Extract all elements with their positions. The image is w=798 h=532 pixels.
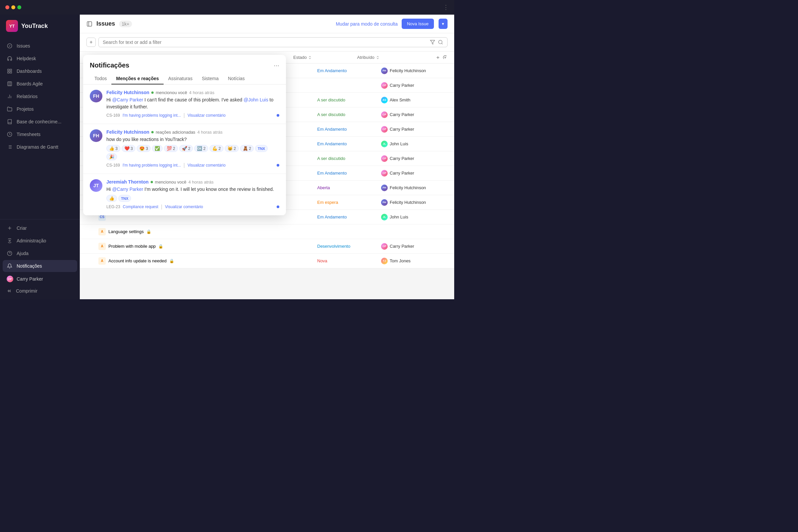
sidebar-logo[interactable]: YT YouTrack — [0, 15, 80, 37]
main-header: Issues 1k+ Mudar para modo de consulta N… — [80, 15, 454, 33]
reaction-check[interactable]: ✅ — [152, 145, 163, 152]
mention-carry-parker[interactable]: @Carry Parker — [112, 187, 143, 192]
notif-author[interactable]: Felicity Hutchinson — [107, 90, 149, 95]
avatar: FH — [381, 68, 388, 74]
compress-icon — [7, 288, 12, 293]
query-mode-link[interactable]: Mudar para modo de consulta — [336, 21, 398, 26]
sidebar-item-relatorios[interactable]: Relatórios — [3, 91, 77, 102]
sidebar-item-diagramas-gantt[interactable]: Diagramas de Gantt — [3, 141, 77, 153]
view-comment-link[interactable]: Visualizar comentário — [188, 163, 226, 168]
reaction-flex[interactable]: 💪 2 — [209, 145, 224, 152]
tab-noticias[interactable]: Notícias — [224, 73, 250, 84]
assignee-name: Carry Parker — [390, 112, 414, 117]
issue-link[interactable]: I'm having problems logging int... — [123, 113, 181, 118]
notif-meta: LEG-23 Compliance request | Visualizar c… — [107, 204, 279, 210]
unread-dot — [277, 164, 279, 167]
search-input-wrap — [98, 37, 448, 47]
status-badge: A ser discutido — [317, 112, 377, 117]
notif-action: mencionou você — [156, 90, 187, 95]
sidebar-item-administracao[interactable]: Administração — [3, 235, 77, 247]
notif-author[interactable]: Felicity Hutchinson — [107, 129, 149, 135]
reaction-party[interactable]: 🎉 — [107, 153, 117, 160]
sidebar-item-projetos[interactable]: Projetos — [3, 103, 77, 115]
folder-icon — [7, 106, 13, 112]
notification-item[interactable]: FH Felicity Hutchinson mencionou você 4 … — [83, 84, 286, 124]
header-col-estado[interactable]: Estado — [293, 55, 353, 60]
issue-link[interactable]: Compliance request — [123, 205, 158, 209]
mention-john-luis[interactable]: @John Luis — [244, 97, 268, 102]
search-add-filter-button[interactable]: + — [87, 38, 96, 47]
assignee-name: Carry Parker — [390, 83, 414, 88]
notification-item[interactable]: FH Felicity Hutchinson reações adicionad… — [83, 124, 286, 174]
assignee-name: Alex Smith — [390, 97, 410, 102]
add-column-icon[interactable] — [436, 55, 440, 60]
reaction-100[interactable]: 💯 2 — [164, 145, 178, 152]
status-badge: Em Andamento — [317, 214, 377, 220]
svg-point-29 — [444, 57, 446, 58]
main-content: Issues 1k+ Mudar para modo de consulta N… — [80, 15, 454, 299]
user-profile[interactable]: CP Carry Parker — [3, 273, 77, 285]
gantt-icon — [7, 144, 13, 150]
nova-issue-button[interactable]: Nova Issue — [402, 19, 434, 29]
filter-icon[interactable] — [430, 40, 435, 45]
sidebar-item-dashboards[interactable]: Dashboards — [3, 65, 77, 77]
online-indicator — [151, 181, 153, 183]
table-row[interactable]: A Language settings 🔒 — [80, 225, 454, 239]
assignee-name: Felicity Hutchinson — [390, 68, 426, 73]
minimize-button[interactable] — [11, 5, 15, 9]
reaction-rocket[interactable]: 🚀 2 — [179, 145, 193, 152]
avatar: JL — [381, 141, 388, 147]
settings-column-icon[interactable] — [443, 55, 448, 60]
bell-icon — [7, 263, 13, 269]
reaction-heart[interactable]: ❤️ 3 — [122, 145, 136, 152]
search-icon[interactable] — [438, 40, 443, 45]
header-col-atribuido[interactable]: Atribuído — [357, 55, 424, 60]
compress-button[interactable]: Comprimir — [3, 285, 77, 297]
reaction-bear[interactable]: 🧸 2 — [240, 145, 254, 152]
table-row[interactable]: A Problem with mobile app 🔒 Desenvolvime… — [80, 239, 454, 254]
sidebar-item-boards-agile[interactable]: Boards Agile — [3, 78, 77, 90]
user-name: Carry Parker — [17, 276, 43, 282]
issue-type-icon: A — [98, 243, 106, 250]
avatar: FH — [381, 185, 388, 191]
table-row[interactable]: A Account info update is needed 🔒 Nova T… — [80, 254, 454, 268]
notif-author[interactable]: Jeremiah Thornton — [107, 179, 149, 185]
tab-sistema[interactable]: Sistema — [197, 73, 224, 84]
mention-carry-parker[interactable]: @Carry Parker — [112, 97, 143, 102]
sidebar-item-helpdesk[interactable]: Helpdesk — [3, 53, 77, 64]
reaction-cat[interactable]: 😸 2 — [225, 145, 239, 152]
reaction-thumbsup[interactable]: 👍 3 — [107, 145, 120, 152]
sidebar-item-helpdesk-label: Helpdesk — [17, 56, 36, 61]
view-comment-link[interactable]: Visualizar comentário — [165, 205, 203, 209]
unread-dot — [277, 206, 279, 208]
issue-link[interactable]: I'm having problems logging int... — [123, 163, 181, 168]
sidebar-item-issues[interactable]: Issues — [3, 40, 77, 52]
lock-icon: 🔒 — [169, 259, 174, 263]
sidebar-item-notificacoes[interactable]: Notificações — [3, 260, 77, 272]
reaction-tnx[interactable]: TNX — [118, 195, 131, 202]
titlebar-menu-icon[interactable]: ⋮ — [443, 4, 449, 11]
close-button[interactable] — [5, 5, 9, 9]
nova-issue-dropdown-button[interactable]: ▾ — [439, 19, 448, 29]
reaction-hearts-eyes[interactable]: 😍 3 — [137, 145, 151, 152]
sidebar-toggle-icon[interactable] — [87, 21, 92, 27]
view-comment-link[interactable]: Visualizar comentário — [188, 113, 226, 118]
sidebar-item-base-conhecimento[interactable]: Base de conhecime... — [3, 116, 77, 128]
sidebar-item-ajuda[interactable]: Ajuda — [3, 247, 77, 259]
reaction-tnx[interactable]: TNX — [255, 145, 268, 152]
svg-rect-2 — [10, 69, 12, 71]
notif-text: Hi @Carry Parker I'm working on it. I wi… — [107, 186, 279, 193]
reaction-ok[interactable]: 🆗 2 — [194, 145, 208, 152]
notification-item[interactable]: JT Jeremiah Thornton mencionou você 4 ho… — [83, 174, 286, 215]
notifications-menu-button[interactable]: ··· — [274, 61, 279, 69]
sidebar-item-criar[interactable]: Criar — [3, 222, 77, 234]
tab-todos[interactable]: Todos — [90, 73, 111, 84]
search-input[interactable] — [103, 40, 427, 45]
sidebar-item-timesheets[interactable]: Timesheets — [3, 128, 77, 140]
reaction-thumbsup[interactable]: 👍 — [107, 195, 117, 202]
tab-mencoes-reacoes[interactable]: Menções e reações — [111, 73, 163, 84]
maximize-button[interactable] — [17, 5, 21, 9]
issues-count: 1k+ — [119, 21, 132, 27]
tab-assinaturas[interactable]: Assinaturas — [164, 73, 197, 84]
notif-time: 4 horas atrás — [189, 90, 214, 95]
